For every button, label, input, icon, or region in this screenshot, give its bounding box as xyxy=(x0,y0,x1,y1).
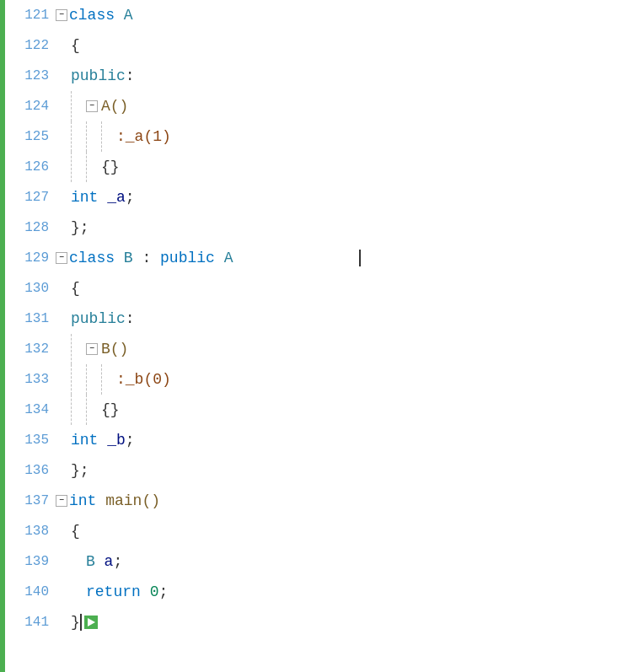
line-number: 124 xyxy=(5,91,49,121)
indent-guide xyxy=(56,455,71,486)
code-token: A xyxy=(124,0,133,30)
line-number: 127 xyxy=(5,182,49,212)
code-line: int _a; xyxy=(56,182,617,212)
code-line: {} xyxy=(56,152,617,182)
code-line: int _b; xyxy=(56,425,617,455)
line-number: 130 xyxy=(5,273,49,304)
line-number: 138 xyxy=(5,516,49,546)
code-token: :_a(1) xyxy=(116,121,171,152)
code-token: {} xyxy=(101,395,120,425)
text-cursor xyxy=(80,614,82,631)
line-number: 136 xyxy=(5,455,49,486)
indent-guide xyxy=(71,334,86,364)
line-number: 121 xyxy=(5,0,49,30)
code-token: :_b(0) xyxy=(116,364,171,395)
collapse-button[interactable]: − xyxy=(56,9,67,21)
code-token: } xyxy=(71,607,80,637)
indent-guide xyxy=(86,395,101,425)
code-token: int xyxy=(71,182,107,212)
code-token: return xyxy=(86,577,150,607)
code-token: { xyxy=(71,30,80,61)
code-line: public: xyxy=(56,61,617,91)
code-token: _a xyxy=(107,182,126,212)
indent-guide xyxy=(56,61,71,91)
code-line: { xyxy=(56,273,617,304)
line-number: 135 xyxy=(5,425,49,455)
indent-guide xyxy=(71,546,86,577)
code-token: public xyxy=(160,243,224,273)
code-token: _b xyxy=(107,425,126,455)
code-line: }; xyxy=(56,455,617,486)
code-token: 0 xyxy=(150,577,159,607)
indent-guide xyxy=(56,577,71,607)
indent-guide xyxy=(56,304,71,334)
line-number: 126 xyxy=(5,152,49,182)
code-line: ⇒{ xyxy=(56,516,617,546)
code-token: B xyxy=(124,243,142,273)
indent-guide xyxy=(56,273,71,304)
line-numbers: 1211221231241251261271281291301311321331… xyxy=(5,0,56,672)
indent-guide xyxy=(71,91,86,121)
code-token: { xyxy=(71,273,80,304)
code-line: {} xyxy=(56,395,617,425)
indent-guide xyxy=(56,546,71,577)
code-token: : xyxy=(126,61,135,91)
code-token: } xyxy=(71,455,80,486)
indent-guide xyxy=(71,395,86,425)
code-token: ; xyxy=(113,546,122,577)
code-token: public xyxy=(71,304,126,334)
code-line: :_b(0) xyxy=(56,364,617,395)
code-token: : xyxy=(142,243,160,273)
indent-guide xyxy=(56,212,71,243)
code-token: B() xyxy=(101,334,128,364)
indent-guide xyxy=(71,121,86,152)
indent-guide xyxy=(86,121,101,152)
code-token: a xyxy=(105,546,114,577)
indent-guide xyxy=(71,364,86,395)
code-token: A() xyxy=(101,91,128,121)
indent-guide xyxy=(56,364,71,395)
code-area[interactable]: −class A{public:−A():_a(1){}int _a;};−cl… xyxy=(56,0,617,672)
line-number: 139 xyxy=(5,546,49,577)
indent-guide xyxy=(56,30,71,61)
code-token: { xyxy=(71,516,80,546)
code-token: int xyxy=(71,425,107,455)
code-line: −class A xyxy=(56,0,617,30)
collapse-button[interactable]: − xyxy=(86,343,98,355)
code-token: } xyxy=(71,212,80,243)
editor-container: 1211221231241251261271281291301311321331… xyxy=(0,0,617,672)
collapse-button[interactable]: − xyxy=(56,252,67,264)
collapse-button[interactable]: − xyxy=(86,100,98,112)
indent-guide xyxy=(71,152,86,182)
line-number: 122 xyxy=(5,30,49,61)
indent-guide xyxy=(86,152,101,182)
code-line: } xyxy=(56,607,617,637)
indent-guide xyxy=(86,364,101,395)
collapse-button[interactable]: − xyxy=(56,495,67,507)
line-number: 133 xyxy=(5,364,49,395)
code-line: return 0; xyxy=(56,577,617,607)
line-number: 140 xyxy=(5,577,49,607)
indent-guide xyxy=(56,334,71,364)
code-token: ; xyxy=(80,212,89,243)
line-number: 132 xyxy=(5,334,49,364)
code-token: {} xyxy=(101,152,120,182)
code-token: B xyxy=(86,546,105,577)
indent-guide xyxy=(101,364,116,395)
indent-guide xyxy=(56,182,71,212)
line-number: 134 xyxy=(5,395,49,425)
code-token: A xyxy=(224,243,233,273)
code-line: −B() xyxy=(56,334,617,364)
code-token: public xyxy=(71,61,126,91)
line-number: 131 xyxy=(5,304,49,334)
code-line: B a; xyxy=(56,546,617,577)
indent-guide xyxy=(56,91,71,121)
code-token: : xyxy=(126,304,135,334)
code-line: }; xyxy=(56,212,617,243)
line-number: 137 xyxy=(5,486,49,516)
play-button[interactable] xyxy=(84,616,98,629)
line-number: 141 xyxy=(5,607,49,637)
code-token: class xyxy=(69,0,124,30)
indent-guide xyxy=(71,577,86,607)
indent-guide xyxy=(56,425,71,455)
